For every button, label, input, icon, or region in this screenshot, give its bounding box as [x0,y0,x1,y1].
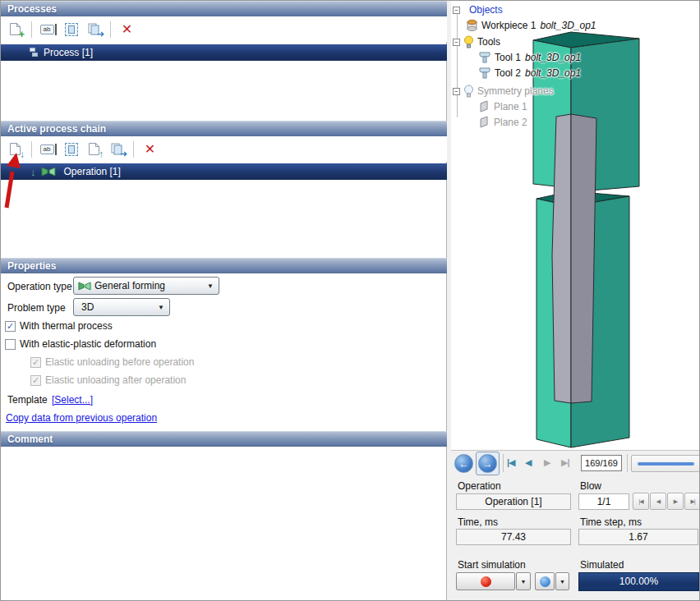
collapse-icon[interactable]: − [453,39,460,46]
arrow-left-icon: ← [459,458,469,470]
next-record-button[interactable]: → [478,454,497,473]
template-select-link[interactable]: [Select...] [52,394,93,406]
frame-slider[interactable] [631,455,700,472]
rename-process-button[interactable]: ab [38,20,58,39]
operation-value-box[interactable]: Operation [1] [456,493,571,510]
copy-process-button[interactable]: ➜ [84,20,104,39]
objects-label: Objects [469,4,503,16]
chevron-down-icon: ▼ [153,304,169,311]
tool-2-label: Tool 2 [495,67,521,79]
plane-icon [478,100,490,112]
thermal-process-checkbox-row[interactable]: ✓ With thermal process [5,320,113,332]
problem-type-dropdown[interactable]: 3D ▼ [73,298,170,316]
viewport-3d[interactable]: − Objects Workpiece 1 bolt_3D_op1 − [451,1,700,450]
collapse-icon[interactable]: − [453,7,460,14]
unloading-before-label: Elastic unloading before operation [45,356,194,368]
start-simulation-dropdown[interactable]: ▼ [516,572,531,590]
next-frame-button[interactable]: ▶ [544,457,550,468]
blow-label: Blow [580,480,601,492]
toolbar-separator [133,141,134,158]
paste-icon [65,143,78,156]
toolbar-separator [31,141,32,158]
toolbar-separator [110,21,111,38]
tool-1-name: bolt_3D_op1 [525,52,581,63]
prev-record-button[interactable]: ← [454,454,473,473]
blow-last-button[interactable]: ▶| [684,493,700,510]
template-label: Template [7,394,48,406]
operation-row-label: Operation [1] [64,166,121,177]
operation-label: Operation [458,480,501,492]
tree-group-symmetry-planes[interactable]: − Symmetry planes [453,85,554,98]
collapse-icon[interactable]: − [453,88,460,95]
rename-icon: ab [40,25,54,34]
tool-icon [478,51,491,64]
blow-value-box[interactable]: 1/1 [578,493,629,510]
operation-type-dropdown[interactable]: General forming ▼ [73,277,219,295]
elastic-plastic-checkbox-row[interactable]: ✓ With elastic-plastic deformation [5,338,156,350]
frame-counter-field[interactable]: 169/169 [581,455,622,471]
slider-track [638,462,694,466]
tree-item-tool-2[interactable]: Tool 2 bolt_3D_op1 [475,67,581,80]
chevron-down-icon: ▼ [521,579,527,585]
operation-down-arrow-icon: ↓ [30,166,36,178]
prev-frame-button[interactable]: ◀ [525,457,531,468]
add-operation-button[interactable]: ↓ [5,140,25,158]
operation-row[interactable]: ↓ Operation [1] [1,163,447,180]
workpiece-name: bolt_3D_op1 [540,20,596,31]
processes-title: Processes [7,3,57,15]
pause-simulation-button[interactable] [535,572,555,590]
blow-nav-group: |◀ ◀ ▶ ▶| [633,493,700,510]
process-row[interactable]: Process [1] [1,44,447,61]
paste-operation-button[interactable] [61,140,81,158]
checkbox-checked[interactable]: ✓ [5,321,16,332]
rename-operation-button[interactable]: ab [38,140,58,158]
copy-data-link[interactable]: Copy data from previous operation [6,412,157,424]
bulb-off-icon[interactable] [463,85,474,98]
right-panel: − Objects Workpiece 1 bolt_3D_op1 − [451,1,700,601]
simulation-controls: ← → |◀ ◀ ▶ ▶| 169/169 Operation Blow Ope… [451,450,700,601]
start-simulation-label: Start simulation [458,559,526,571]
paste-process-button[interactable] [61,20,81,39]
time-label: Time, ms [458,516,498,528]
tree-item-workpiece[interactable]: Workpiece 1 bolt_3D_op1 [463,19,596,32]
tree-item-plane-2[interactable]: Plane 2 [475,116,527,128]
blow-first-button[interactable]: |◀ [633,493,649,510]
move-operation-up-button[interactable]: ↑ [84,140,104,158]
left-panel: Processes + ab ➜ ✕ Proce [1,1,447,601]
blow-next-button[interactable]: ▶ [667,493,684,510]
time-value-box: 77.43 [456,529,571,545]
comment-title: Comment [7,434,53,445]
thermal-process-label: With thermal process [20,320,113,332]
first-frame-button[interactable]: |◀ [507,457,515,468]
delete-operation-button[interactable]: ✕ [140,140,160,158]
tree-root-objects[interactable]: − Objects [453,4,503,16]
tree-group-tools[interactable]: − Tools [453,35,500,48]
new-process-button[interactable]: + [5,20,25,39]
problem-type-value: 3D [81,301,94,313]
pause-simulation-dropdown[interactable]: ▼ [555,572,569,590]
forming-die-icon [78,282,91,291]
processes-toolbar: + ab ➜ ✕ [1,16,447,42]
copy-arrow-icon: ➜ [97,30,104,38]
tree-item-plane-1[interactable]: Plane 1 [475,100,527,112]
pause-icon [540,576,550,587]
last-frame-button[interactable]: ▶| [561,457,569,468]
delete-process-button[interactable]: ✕ [117,20,137,39]
tree-item-tool-1[interactable]: Tool 1 bolt_3D_op1 [475,51,581,64]
operation-type-value: General forming [94,280,165,291]
tool-1-label: Tool 1 [495,52,521,63]
simulated-label: Simulated [580,559,624,571]
forming-die-icon [41,167,56,177]
checkbox-unchecked[interactable]: ✓ [5,339,16,350]
start-simulation-button[interactable] [456,572,515,590]
plane-1-label: Plane 1 [494,101,527,112]
bulb-on-icon[interactable] [463,35,474,48]
chevron-down-icon: ▼ [560,579,565,585]
copy-operation-button[interactable]: ➜ [107,140,127,158]
blow-prev-button[interactable]: ◀ [650,493,666,510]
active-chain-header: Active process chain [1,121,447,136]
copy-arrow-icon: ➜ [120,149,127,158]
ibeam-cursor-icon [55,24,57,35]
checkbox-disabled-checked: ✓ [30,357,41,368]
record-icon [481,576,491,587]
